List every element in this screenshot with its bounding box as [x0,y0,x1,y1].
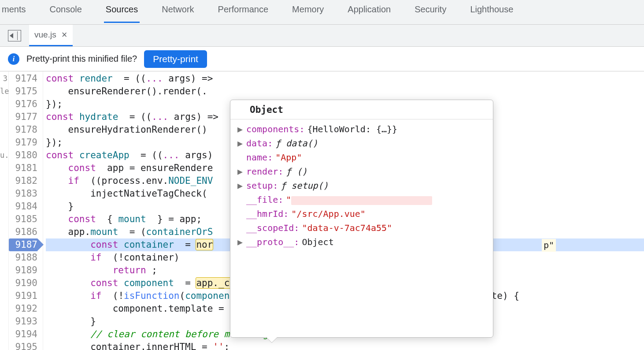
code-line[interactable]: ensureRenderer().render(. [46,85,644,98]
property-value: " [286,193,432,207]
info-icon: i [8,53,19,65]
tab-lighthouse[interactable]: Lighthouse [468,4,515,22]
line-number[interactable]: 9180 [9,149,37,162]
expand-icon[interactable]: ▶ [237,164,244,179]
line-number[interactable]: 9193 [9,315,37,328]
file-tab-bar: vue.js × [0,25,644,47]
tab-network[interactable]: Network [160,4,196,22]
line-number[interactable]: 9182 [9,175,37,187]
property-value: ƒ () [286,164,307,179]
object-property[interactable]: ▶setup: ƒ setup() [237,179,488,193]
file-tab-name: vue.js [34,30,56,40]
property-key: __file: [246,193,283,207]
object-property[interactable]: ▶components: {HelloWorld: {…}} [237,122,488,136]
object-property[interactable]: __scopeId: "data-v-7ac74a55" [237,221,488,235]
close-icon[interactable]: × [62,30,67,40]
line-number[interactable]: 9177 [9,111,37,123]
line-number-gutter[interactable]: 9174917591769177917891799180918191829183… [9,71,43,350]
inline-value-hint: p" [542,239,556,252]
property-value: "data-v-7ac74a55" [302,221,392,235]
property-value: Object [302,235,333,249]
popup-title: Object [230,100,493,119]
property-key: data: [246,136,273,150]
line-number[interactable]: 9185 [9,213,37,226]
pretty-print-bar: i Pretty-print this minified file? Prett… [0,47,644,71]
line-number[interactable]: 9194 [9,328,37,341]
object-inspector-popup[interactable]: Object ▶components: {HelloWorld: {…}}▶da… [230,100,493,338]
object-property[interactable]: ▶data: ƒ data() [237,136,488,150]
line-number[interactable]: 9179 [9,136,37,149]
popup-body: ▶components: {HelloWorld: {…}}▶data: ƒ d… [230,119,493,337]
left-gutter: 3leu. [0,71,9,350]
line-number[interactable]: 9187 [9,238,37,251]
expand-icon[interactable]: ▶ [237,122,244,136]
pretty-print-message: Pretty-print this minified file? [26,54,137,64]
devtools-tabs: mentsConsoleSourcesNetworkPerformanceMem… [0,0,644,25]
line-number[interactable]: 9188 [9,251,37,264]
line-number[interactable]: 9195 [9,341,37,350]
line-number[interactable]: 9178 [9,123,37,136]
line-number[interactable]: 9192 [9,302,37,315]
line-number[interactable]: 9184 [9,200,37,213]
expand-icon[interactable]: ▶ [237,179,244,193]
file-tab[interactable]: vue.js × [29,25,73,46]
property-key: __proto__: [246,235,299,249]
line-number[interactable]: 9175 [9,85,37,98]
object-property[interactable]: ▶__proto__: Object [237,235,488,249]
object-property[interactable]: __file: " [237,193,488,207]
property-value: "/src/App.vue" [291,207,366,221]
tab-sources[interactable]: Sources [104,4,140,23]
line-number[interactable]: 9181 [9,162,37,175]
expand-icon[interactable]: ▶ [237,235,244,249]
pretty-print-button[interactable]: Pretty-print [144,50,207,68]
property-value: {HelloWorld: {…}} [307,122,397,136]
property-value: ƒ data() [275,136,318,150]
tab-performance[interactable]: Performance [216,4,270,22]
tab-memory[interactable]: Memory [290,4,326,22]
code-editor[interactable]: 3leu. 9174917591769177917891799180918191… [0,71,644,350]
line-number[interactable]: 9183 [9,187,37,200]
tab-application[interactable]: Application [346,4,392,22]
code-line[interactable]: const render = ((... args) => [46,72,644,85]
property-key: setup: [246,179,278,193]
object-property[interactable]: ▶render: ƒ () [237,164,488,179]
tab-ments[interactable]: ments [0,4,27,22]
tab-security[interactable]: Security [413,4,448,22]
object-property[interactable]: __hmrId: "/src/App.vue" [237,207,488,221]
line-number[interactable]: 9176 [9,98,37,111]
property-key: render: [246,164,283,179]
code-line[interactable]: container.innerHTML = ''; [46,341,644,350]
property-key: __scopeId: [246,221,299,235]
line-number[interactable]: 9174 [9,72,37,85]
property-key: name: [246,150,273,164]
object-property[interactable]: name: "App" [237,150,488,164]
line-number[interactable]: 9190 [9,277,37,290]
property-value: ƒ setup() [281,179,328,193]
property-key: components: [246,122,304,136]
line-number[interactable]: 9191 [9,290,37,302]
property-key: __hmrId: [246,207,289,221]
tab-console[interactable]: Console [48,4,83,22]
line-number[interactable]: 9189 [9,264,37,277]
navigator-toggle-icon[interactable] [8,30,21,41]
line-number[interactable]: 9186 [9,226,37,238]
property-value: "App" [275,150,302,164]
expand-icon[interactable]: ▶ [237,136,244,150]
